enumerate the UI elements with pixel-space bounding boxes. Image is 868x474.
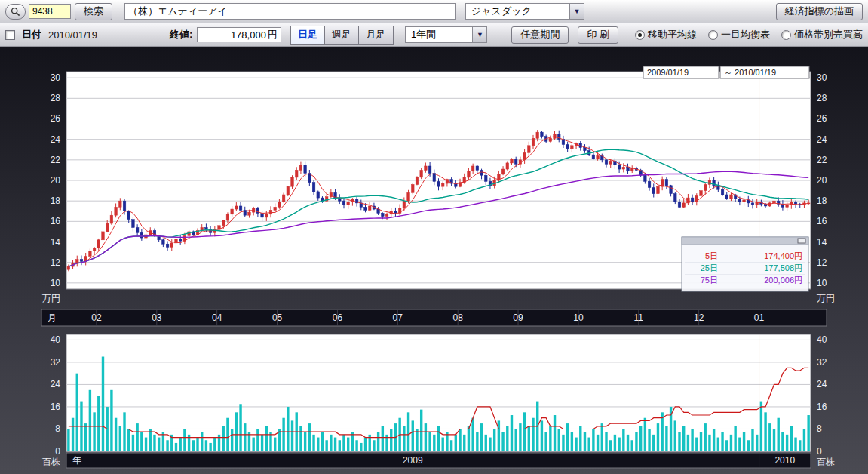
volume-bar xyxy=(501,432,504,451)
volume-bar xyxy=(321,432,324,451)
tab-weekly[interactable]: 週足 xyxy=(325,26,359,44)
volume-bar xyxy=(347,438,349,451)
candle-body xyxy=(416,177,419,185)
volume-bar xyxy=(308,423,311,451)
candle-body xyxy=(673,194,676,202)
candle-body xyxy=(119,201,122,207)
candle-body xyxy=(721,189,724,195)
candle-body xyxy=(751,203,754,205)
legend-period-label: 25日 xyxy=(701,263,718,272)
volume-bar xyxy=(110,390,112,451)
year-label-2009: 2009 xyxy=(403,455,423,466)
volume-bar xyxy=(334,438,336,451)
candle-body xyxy=(282,195,285,202)
candle-body xyxy=(691,198,694,202)
volume-bar xyxy=(373,440,375,451)
candle-body xyxy=(382,213,385,216)
candle-body xyxy=(678,202,681,208)
candle-body xyxy=(274,207,277,210)
volume-bar xyxy=(209,443,211,451)
chevron-down-icon[interactable]: ▼ xyxy=(569,4,584,19)
volume-bar xyxy=(756,435,758,451)
volume-bar xyxy=(450,440,452,451)
volume-bar xyxy=(764,412,766,451)
candle-body xyxy=(514,159,517,164)
candle-body xyxy=(347,202,350,205)
volume-bar xyxy=(433,435,435,451)
legend-period-label: 5日 xyxy=(705,251,718,260)
company-name-input[interactable] xyxy=(124,3,456,20)
volume-bar xyxy=(514,429,517,451)
month-label: 11 xyxy=(634,312,644,323)
volume-bar xyxy=(235,412,238,451)
volume-bar xyxy=(179,438,181,451)
chevron-down-icon[interactable]: ▼ xyxy=(472,27,486,42)
price-tick-right: 10 xyxy=(817,278,827,288)
volume-bar xyxy=(377,432,379,451)
volume-bar xyxy=(657,423,659,451)
volume-bar xyxy=(222,426,225,451)
radio-ichimoku[interactable]: 一目均衡表 xyxy=(708,28,770,42)
radio-selected-icon xyxy=(635,30,645,40)
period-select[interactable]: 1年間 ▼ xyxy=(405,26,487,43)
year-axis-strip xyxy=(66,453,811,468)
radio-volume-by-price[interactable]: 価格帯別売買高 xyxy=(781,28,863,42)
volume-bar xyxy=(455,435,457,451)
volume-bar xyxy=(674,420,676,451)
volume-bar xyxy=(261,435,263,451)
stock-code-input[interactable] xyxy=(29,4,71,19)
price-tick-left: 18 xyxy=(51,195,61,206)
volume-bar xyxy=(115,418,117,451)
candle-body xyxy=(287,186,290,195)
volume-bar xyxy=(93,412,95,451)
candle-body xyxy=(179,239,182,241)
volume-bar xyxy=(648,429,650,451)
volume-bar xyxy=(631,440,633,451)
overlay-checkbox[interactable] xyxy=(5,30,15,40)
volume-bar xyxy=(635,432,637,451)
candle-body xyxy=(618,165,621,169)
volume-bar xyxy=(743,432,745,451)
period-select-value: 1年間 xyxy=(406,28,472,42)
legend-minimize-button[interactable] xyxy=(798,239,805,243)
volume-bar xyxy=(807,415,809,451)
price-tick-right: 20 xyxy=(817,175,827,186)
volume-bar xyxy=(700,432,702,451)
candle-body xyxy=(248,212,251,215)
print-button[interactable]: 印 刷 xyxy=(578,26,618,44)
candle-body xyxy=(528,146,531,153)
price-tick-right: 28 xyxy=(817,93,827,103)
volume-bar xyxy=(325,440,327,451)
range-from-value: 2009/01/19 xyxy=(647,68,689,77)
radio-moving-average[interactable]: 移動平均線 xyxy=(635,28,697,42)
price-tick-right: 14 xyxy=(817,237,827,248)
price-tick-left: 24 xyxy=(51,134,61,145)
volume-bar xyxy=(317,438,319,451)
tab-daily[interactable]: 日足 xyxy=(291,26,325,44)
volume-tick-right: 16 xyxy=(817,402,827,412)
volume-bar xyxy=(166,440,168,451)
top-toolbar: 検索 ジャスダック ▼ 経済指標の描画 xyxy=(0,0,868,23)
ma-legend-header xyxy=(682,237,808,245)
economic-indicators-button[interactable]: 経済指標の描画 xyxy=(776,3,863,20)
month-axis-header: 月 xyxy=(48,312,57,323)
volume-bar xyxy=(691,429,693,451)
control-toolbar: 日付 2010/01/19 終値: 178,000 円 日足 週足 月足 1年間… xyxy=(0,23,868,47)
volume-bar xyxy=(541,420,543,451)
candle-body xyxy=(532,138,535,146)
volume-bar xyxy=(175,443,177,451)
volume-bar xyxy=(140,432,143,451)
search-button[interactable]: 検索 xyxy=(75,3,112,20)
candle-body xyxy=(115,207,118,215)
month-label: 02 xyxy=(91,312,102,323)
price-tick-left: 20 xyxy=(51,175,61,186)
candle-body xyxy=(506,163,509,169)
candle-body xyxy=(471,166,474,171)
market-select[interactable]: ジャスダック ▼ xyxy=(465,3,584,20)
candle-body xyxy=(170,243,173,247)
tab-monthly[interactable]: 月足 xyxy=(359,26,393,44)
volume-bar xyxy=(493,429,495,451)
search-icon-button[interactable] xyxy=(5,4,26,20)
custom-period-button[interactable]: 任意期間 xyxy=(511,26,569,44)
candle-body xyxy=(403,201,406,208)
